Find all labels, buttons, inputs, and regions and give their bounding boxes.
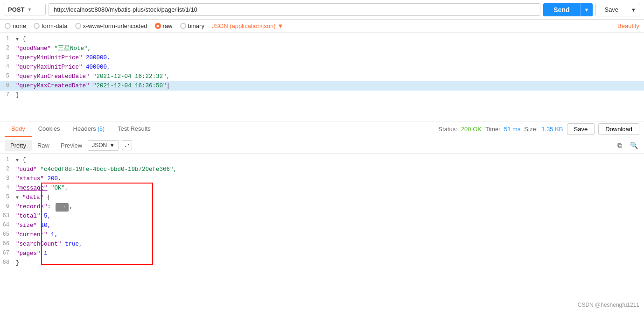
request-line: 3"queryMinUnitPrice" 200000, (0, 53, 644, 63)
json-type-selector[interactable]: JSON (application/json) ▼ (212, 22, 283, 29)
line-content: "pages" 1 (14, 249, 644, 258)
headers-badge: (5) (98, 126, 105, 132)
send-button-group: Send ▼ (543, 3, 593, 16)
tab-cookies[interactable]: Cookies (32, 121, 67, 137)
response-line: 64 "size" 10, (0, 221, 644, 230)
response-editor[interactable]: 1▼ {2"uuid" "c4c0df8d-19fe-4bcc-bbd0-19b… (0, 154, 644, 266)
response-line: 65 "current" 1, (0, 230, 644, 240)
tab-headers[interactable]: Headers (5) (67, 121, 111, 137)
tab-test-results[interactable]: Test Results (111, 121, 157, 137)
status-value: 200 OK (461, 126, 482, 133)
collapse-icon[interactable]: ▼ (16, 37, 21, 42)
time-label: Time: (485, 126, 500, 133)
array-collapse-badge[interactable]: ··· (56, 203, 69, 212)
line-content: "queryMaxUnitPrice" 400000, (14, 63, 644, 72)
line-number: 64 (0, 221, 14, 230)
line-number: 3 (0, 53, 14, 63)
radio-dot-form-data (34, 23, 40, 29)
radio-none-label: none (13, 22, 26, 29)
line-content: "total" 5, (14, 212, 644, 221)
radio-none[interactable]: none (5, 22, 26, 29)
line-number: 1 (0, 156, 14, 165)
tab-body[interactable]: Body (5, 121, 32, 137)
save-button-group: Save ▼ (595, 3, 640, 16)
wrap-icon[interactable]: ⇌ (122, 140, 132, 150)
line-number: 2 (0, 165, 14, 174)
format-right: ⧉ 🔍 (614, 140, 639, 151)
radio-dot-none (5, 23, 11, 29)
line-number: 63 (0, 212, 14, 221)
line-number: 2 (0, 44, 14, 53)
fmt-tab-preview[interactable]: Preview (55, 140, 88, 151)
search-icon[interactable]: 🔍 (628, 140, 639, 151)
line-number: 5 (0, 193, 14, 202)
fmt-tab-pretty[interactable]: Pretty (5, 140, 32, 151)
line-content: "queryMaxCreatedDate" "2021-12-04 16:36:… (14, 81, 644, 91)
line-content: "current" 1, (14, 230, 644, 240)
beautify-button[interactable]: Beautify (617, 22, 639, 29)
line-content: } (14, 91, 644, 100)
line-number: 6 (0, 202, 14, 212)
json-format-label: JSON (92, 142, 107, 148)
line-content: "goodName" "三星Note", (14, 44, 644, 53)
body-type-row: none form-data x-www-form-urlencoded raw… (0, 20, 644, 33)
request-line: 6"queryMaxCreatedDate" "2021-12-04 16:36… (0, 81, 644, 91)
line-number: 1 (0, 35, 14, 44)
format-row: Pretty Raw Preview JSON ▼ ⇌ ⧉ 🔍 (0, 137, 644, 154)
response-line: 1▼ { (0, 156, 644, 165)
method-label: POST (8, 6, 24, 13)
json-type-label: JSON (application/json) (212, 22, 276, 29)
radio-dot-binary (180, 23, 186, 29)
radio-binary[interactable]: binary (180, 22, 204, 29)
save-url-dropdown-button[interactable]: ▼ (627, 3, 640, 16)
line-content: "searchCount" true, (14, 240, 644, 249)
send-button[interactable]: Send (543, 3, 580, 16)
json-format-chevron-icon: ▼ (109, 142, 115, 148)
line-number: 66 (0, 240, 14, 249)
response-download-button[interactable]: Download (598, 123, 639, 135)
radio-form-data-label: form-data (42, 22, 68, 29)
radio-form-data[interactable]: form-data (34, 22, 68, 29)
response-line: 63 "total" 5, (0, 212, 644, 221)
json-format-select[interactable]: JSON ▼ (88, 140, 119, 151)
fmt-tab-raw[interactable]: Raw (32, 140, 55, 151)
line-content: "uuid" "c4c0df8d-19fe-4bcc-bbd0-19b720ef… (14, 165, 644, 174)
method-chevron-icon: ▼ (27, 7, 32, 12)
request-line: 4"queryMaxUnitPrice" 400000, (0, 63, 644, 72)
response-tabs: Body Cookies Headers (5) Test Results St… (0, 121, 644, 137)
url-bar: POST ▼ Send ▼ Save ▼ (0, 0, 644, 20)
send-dropdown-button[interactable]: ▼ (580, 3, 593, 16)
save-url-button[interactable]: Save (596, 3, 627, 16)
line-content: "queryMinUnitPrice" 200000, (14, 53, 644, 63)
collapse-icon[interactable]: ▼ (16, 158, 21, 163)
response-save-button[interactable]: Save (567, 123, 595, 135)
radio-urlencoded-label: x-www-form-urlencoded (83, 22, 147, 29)
collapse-icon[interactable]: ▼ (16, 195, 21, 200)
json-type-chevron-icon: ▼ (277, 22, 283, 29)
status-label: Status: (438, 126, 457, 133)
method-select[interactable]: POST ▼ (4, 4, 46, 15)
request-editor[interactable]: 1▼ {2"goodName" "三星Note",3"queryMinUnitP… (0, 33, 644, 121)
watermark: CSDN @heshengfu1211 (578, 302, 639, 308)
url-input[interactable] (49, 3, 540, 16)
response-line: 68 } (0, 258, 644, 266)
radio-raw[interactable]: raw (155, 22, 173, 29)
response-line: 2"uuid" "c4c0df8d-19fe-4bcc-bbd0-19b720e… (0, 165, 644, 174)
line-number: 3 (0, 174, 14, 184)
line-number: 7 (0, 91, 14, 100)
line-content: "status" 200, (14, 174, 644, 184)
radio-urlencoded[interactable]: x-www-form-urlencoded (75, 22, 147, 29)
response-meta: Status: 200 OK Time: 51 ms Size: 1.35 KB… (438, 123, 639, 135)
request-line: 5"queryMinCreatedDate" "2021-12-04 16:22… (0, 72, 644, 81)
size-label: Size: (524, 126, 538, 133)
radio-binary-label: binary (188, 22, 204, 29)
line-content: ▼ "data" { (14, 193, 644, 202)
line-content: "queryMinCreatedDate" "2021-12-04 16:22:… (14, 72, 644, 81)
line-content: ▼ { (14, 35, 644, 44)
line-content: "size" 10, (14, 221, 644, 230)
line-number: 68 (0, 258, 14, 266)
line-content: "records": ···, (14, 202, 644, 212)
request-line: 1▼ { (0, 35, 644, 44)
line-content: ▼ { (14, 156, 644, 165)
copy-icon[interactable]: ⧉ (614, 140, 625, 151)
